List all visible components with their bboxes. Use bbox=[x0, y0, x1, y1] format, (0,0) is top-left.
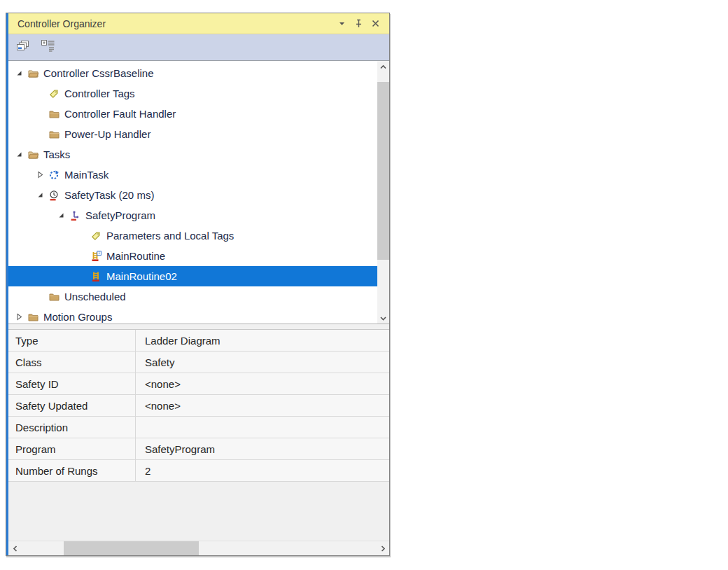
folder-open-icon bbox=[26, 148, 40, 161]
tree-item-motion-groups[interactable]: Motion Groups bbox=[8, 307, 377, 324]
svg-text:1: 1 bbox=[98, 251, 100, 255]
tree-container: Controller CssrBaselineController TagsCo… bbox=[8, 60, 389, 324]
tree-item-unscheduled[interactable]: Unscheduled bbox=[8, 286, 377, 307]
tree-item-label: Controller CssrBaseline bbox=[40, 67, 160, 79]
folder-closed-icon bbox=[26, 311, 40, 324]
scroll-up-arrow[interactable] bbox=[377, 61, 389, 72]
close-button[interactable] bbox=[367, 16, 384, 32]
folder-closed-icon bbox=[47, 128, 61, 141]
safety-program-icon bbox=[68, 209, 82, 222]
close-icon bbox=[371, 19, 380, 28]
property-row-type[interactable]: TypeLadder Diagram bbox=[8, 330, 389, 352]
chevron-down-icon bbox=[337, 19, 346, 28]
expander-spacer bbox=[34, 87, 47, 100]
tree-item-safetytask-20-ms[interactable]: SafetyTask (20 ms) bbox=[8, 185, 377, 205]
tree-item-mainroutine[interactable]: 1MainRoutine bbox=[8, 246, 377, 266]
property-label: Type bbox=[8, 330, 136, 351]
titlebar-buttons bbox=[333, 16, 384, 32]
folder-closed-icon bbox=[47, 108, 61, 120]
tree-item-safetyprogram[interactable]: SafetyProgram bbox=[8, 205, 377, 225]
tag-icon bbox=[89, 230, 103, 242]
tree-item-label: Controller Fault Handler bbox=[61, 108, 181, 120]
property-label: Program bbox=[8, 438, 136, 459]
property-grid: TypeLadder DiagramClassSafetySafety ID<n… bbox=[8, 329, 389, 482]
expander-spacer bbox=[76, 229, 89, 242]
folder-closed-icon bbox=[47, 291, 61, 303]
property-row-class[interactable]: ClassSafety bbox=[8, 352, 389, 373]
panel-title: Controller Organizer bbox=[18, 18, 333, 29]
vertical-scroll-track[interactable] bbox=[377, 72, 389, 312]
tree-item-mainroutine02[interactable]: MainRoutine02 bbox=[8, 266, 377, 286]
collapsed-expander-icon[interactable] bbox=[34, 168, 47, 181]
scroll-down-arrow[interactable] bbox=[377, 312, 389, 324]
tree-item-controller-tags[interactable]: Controller Tags bbox=[8, 83, 377, 104]
tree-item-label: MainRoutine bbox=[103, 250, 171, 262]
horizontal-scrollbar[interactable] bbox=[8, 541, 389, 555]
expanded-expander-icon[interactable] bbox=[34, 188, 47, 202]
expanded-expander-icon[interactable] bbox=[13, 148, 26, 161]
expander-spacer bbox=[34, 127, 47, 141]
collapsed-expander-icon[interactable] bbox=[13, 310, 26, 324]
horizontal-scroll-track[interactable] bbox=[21, 541, 377, 555]
property-label: Number of Rungs bbox=[8, 460, 136, 481]
pin-icon bbox=[354, 19, 363, 29]
property-value: SafetyProgram bbox=[136, 438, 389, 459]
tree-item-controller-fault-handler[interactable]: Controller Fault Handler bbox=[8, 104, 377, 124]
property-label: Safety Updated bbox=[8, 395, 136, 416]
safety-clock-icon bbox=[47, 189, 61, 202]
folder-open-icon bbox=[26, 67, 40, 80]
window-position-menu-button[interactable] bbox=[333, 16, 350, 32]
splitter-gap bbox=[8, 324, 389, 329]
auto-hide-pin-button[interactable] bbox=[350, 16, 367, 32]
tree-list-icon bbox=[41, 39, 56, 56]
tree-item-label: Parameters and Local Tags bbox=[103, 230, 239, 242]
property-label: Class bbox=[8, 352, 136, 373]
tree-item-label: MainTask bbox=[61, 169, 114, 181]
tree-item-parameters-and-local-tags[interactable]: Parameters and Local Tags bbox=[8, 225, 377, 246]
tag-icon bbox=[47, 88, 61, 100]
vertical-scrollbar[interactable] bbox=[377, 61, 389, 324]
ladder-main-icon: 1 bbox=[89, 250, 103, 263]
view-options-button[interactable] bbox=[38, 39, 58, 57]
expander-spacer bbox=[34, 290, 47, 303]
tree-item-controller-cssrbaseline[interactable]: Controller CssrBaseline bbox=[8, 63, 377, 83]
property-label: Description bbox=[8, 417, 136, 438]
scroll-left-arrow[interactable] bbox=[8, 541, 21, 555]
cascade-windows-icon bbox=[15, 39, 31, 56]
expander-spacer bbox=[34, 107, 47, 120]
empty-area bbox=[8, 482, 389, 541]
tree-item-label: Power-Up Handler bbox=[61, 128, 156, 140]
tree-item-maintask[interactable]: MainTask bbox=[8, 165, 377, 185]
panel-main: Controller Organizer Controller CssrBase… bbox=[8, 13, 389, 555]
expanded-expander-icon[interactable] bbox=[13, 67, 26, 80]
toolbar-buttons bbox=[13, 39, 58, 57]
panel-toolbar bbox=[8, 34, 389, 60]
tree-item-label: Tasks bbox=[40, 148, 76, 160]
tree-view: Controller CssrBaselineController TagsCo… bbox=[8, 61, 377, 324]
tree-item-label: MainRoutine02 bbox=[103, 270, 183, 282]
property-value bbox=[136, 417, 389, 438]
task-cycle-icon bbox=[47, 169, 61, 181]
tree-item-label: SafetyTask (20 ms) bbox=[61, 189, 160, 201]
expander-spacer bbox=[76, 249, 89, 263]
tree-item-label: Unscheduled bbox=[61, 291, 132, 303]
expanded-expander-icon[interactable] bbox=[55, 209, 68, 222]
expander-spacer bbox=[76, 270, 89, 283]
tree-item-power-up-handler[interactable]: Power-Up Handler bbox=[8, 124, 377, 144]
property-row-safety-id[interactable]: Safety ID<none> bbox=[8, 373, 389, 395]
property-value: <none> bbox=[136, 395, 389, 416]
collapse-all-button[interactable] bbox=[13, 39, 33, 57]
vertical-scroll-thumb[interactable] bbox=[377, 82, 389, 260]
property-value: Ladder Diagram bbox=[136, 330, 389, 351]
tree-item-label: SafetyProgram bbox=[82, 209, 161, 221]
tree-item-tasks[interactable]: Tasks bbox=[8, 144, 377, 165]
horizontal-scroll-thumb[interactable] bbox=[64, 541, 199, 555]
panel-titlebar[interactable]: Controller Organizer bbox=[8, 13, 389, 34]
property-row-safety-updated[interactable]: Safety Updated<none> bbox=[8, 395, 389, 417]
scroll-right-arrow[interactable] bbox=[377, 541, 389, 555]
property-row-description[interactable]: Description bbox=[8, 417, 389, 438]
property-row-program[interactable]: ProgramSafetyProgram bbox=[8, 438, 389, 460]
property-row-number-of-rungs[interactable]: Number of Rungs2 bbox=[8, 460, 389, 482]
ladder-icon bbox=[89, 270, 103, 283]
property-value: Safety bbox=[136, 352, 389, 373]
